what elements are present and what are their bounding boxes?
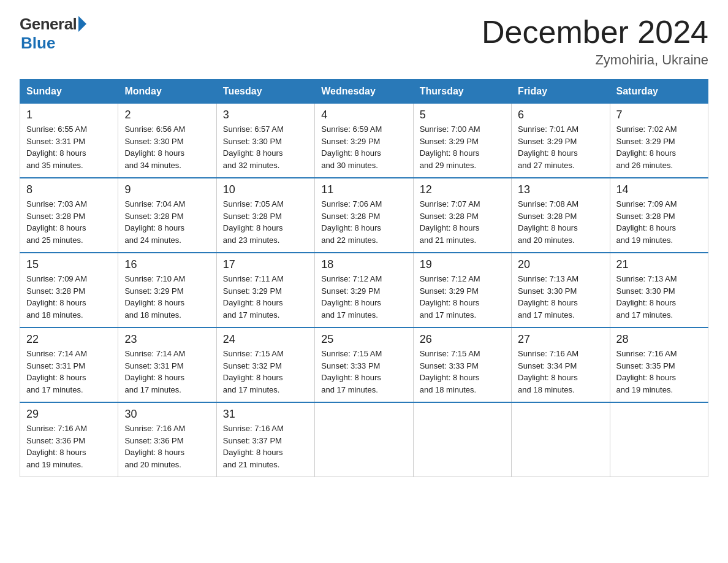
cell-info: Sunrise: 7:15 AM Sunset: 3:32 PM Dayligh… xyxy=(223,348,308,396)
day-number: 25 xyxy=(321,333,406,346)
cell-info: Sunrise: 7:05 AM Sunset: 3:28 PM Dayligh… xyxy=(223,198,308,246)
cell-info: Sunrise: 7:09 AM Sunset: 3:28 PM Dayligh… xyxy=(26,273,112,321)
day-number: 12 xyxy=(420,183,505,196)
cell-info: Sunrise: 7:16 AM Sunset: 3:35 PM Dayligh… xyxy=(616,348,702,396)
table-row xyxy=(315,402,413,477)
calendar-week-row: 15 Sunrise: 7:09 AM Sunset: 3:28 PM Dayl… xyxy=(20,253,708,327)
day-number: 16 xyxy=(124,258,210,271)
calendar-week-row: 22 Sunrise: 7:14 AM Sunset: 3:31 PM Dayl… xyxy=(20,327,708,402)
day-number: 31 xyxy=(223,408,308,421)
day-number: 15 xyxy=(26,258,112,271)
table-row: 13 Sunrise: 7:08 AM Sunset: 3:28 PM Dayl… xyxy=(512,178,610,253)
day-number: 8 xyxy=(26,183,112,196)
calendar-week-row: 8 Sunrise: 7:03 AM Sunset: 3:28 PM Dayli… xyxy=(20,178,708,253)
day-number: 11 xyxy=(321,183,406,196)
table-row: 17 Sunrise: 7:11 AM Sunset: 3:29 PM Dayl… xyxy=(216,253,314,327)
day-number: 5 xyxy=(420,109,505,121)
logo-blue-text: Blue xyxy=(21,34,55,53)
col-saturday: Saturday xyxy=(610,80,708,104)
table-row: 7 Sunrise: 7:02 AM Sunset: 3:29 PM Dayli… xyxy=(610,104,708,178)
day-number: 30 xyxy=(124,408,210,421)
col-friday: Friday xyxy=(512,80,610,104)
day-number: 17 xyxy=(223,258,308,271)
cell-info: Sunrise: 7:15 AM Sunset: 3:33 PM Dayligh… xyxy=(420,348,505,396)
day-number: 6 xyxy=(518,109,603,121)
day-number: 26 xyxy=(420,333,505,346)
table-row: 3 Sunrise: 6:57 AM Sunset: 3:30 PM Dayli… xyxy=(216,104,314,178)
table-row: 29 Sunrise: 7:16 AM Sunset: 3:36 PM Dayl… xyxy=(20,402,118,477)
cell-info: Sunrise: 7:14 AM Sunset: 3:31 PM Dayligh… xyxy=(124,348,210,396)
cell-info: Sunrise: 7:16 AM Sunset: 3:36 PM Dayligh… xyxy=(26,423,112,470)
day-number: 20 xyxy=(518,258,603,271)
day-number: 3 xyxy=(223,109,308,121)
calendar-table: Sunday Monday Tuesday Wednesday Thursday… xyxy=(20,79,708,477)
table-row xyxy=(413,402,511,477)
cell-info: Sunrise: 7:12 AM Sunset: 3:29 PM Dayligh… xyxy=(321,273,406,321)
cell-info: Sunrise: 7:06 AM Sunset: 3:28 PM Dayligh… xyxy=(321,198,406,246)
day-number: 27 xyxy=(518,333,603,346)
table-row: 8 Sunrise: 7:03 AM Sunset: 3:28 PM Dayli… xyxy=(20,178,118,253)
cell-info: Sunrise: 7:09 AM Sunset: 3:28 PM Dayligh… xyxy=(616,198,702,246)
calendar-week-row: 1 Sunrise: 6:55 AM Sunset: 3:31 PM Dayli… xyxy=(20,104,708,178)
col-sunday: Sunday xyxy=(20,80,118,104)
cell-info: Sunrise: 7:04 AM Sunset: 3:28 PM Dayligh… xyxy=(124,198,210,246)
cell-info: Sunrise: 6:59 AM Sunset: 3:29 PM Dayligh… xyxy=(321,123,406,171)
cell-info: Sunrise: 7:14 AM Sunset: 3:31 PM Dayligh… xyxy=(26,348,112,396)
table-row: 6 Sunrise: 7:01 AM Sunset: 3:29 PM Dayli… xyxy=(512,104,610,178)
cell-info: Sunrise: 7:03 AM Sunset: 3:28 PM Dayligh… xyxy=(26,198,112,246)
cell-info: Sunrise: 6:55 AM Sunset: 3:31 PM Dayligh… xyxy=(26,123,112,171)
day-number: 2 xyxy=(124,109,210,121)
cell-info: Sunrise: 7:02 AM Sunset: 3:29 PM Dayligh… xyxy=(616,123,702,171)
table-row: 21 Sunrise: 7:13 AM Sunset: 3:30 PM Dayl… xyxy=(610,253,708,327)
table-row: 22 Sunrise: 7:14 AM Sunset: 3:31 PM Dayl… xyxy=(20,327,118,402)
day-number: 14 xyxy=(616,183,702,196)
day-number: 7 xyxy=(616,109,702,121)
logo-general-text: General xyxy=(20,15,77,34)
table-row: 28 Sunrise: 7:16 AM Sunset: 3:35 PM Dayl… xyxy=(610,327,708,402)
table-row xyxy=(610,402,708,477)
cell-info: Sunrise: 7:00 AM Sunset: 3:29 PM Dayligh… xyxy=(420,123,505,171)
cell-info: Sunrise: 7:16 AM Sunset: 3:37 PM Dayligh… xyxy=(223,423,308,470)
cell-info: Sunrise: 7:07 AM Sunset: 3:28 PM Dayligh… xyxy=(420,198,505,246)
table-row: 4 Sunrise: 6:59 AM Sunset: 3:29 PM Dayli… xyxy=(315,104,413,178)
col-monday: Monday xyxy=(118,80,216,104)
cell-info: Sunrise: 7:16 AM Sunset: 3:34 PM Dayligh… xyxy=(518,348,603,396)
table-row: 15 Sunrise: 7:09 AM Sunset: 3:28 PM Dayl… xyxy=(20,253,118,327)
day-number: 23 xyxy=(124,333,210,346)
location-text: Zymohiria, Ukraine xyxy=(482,52,708,68)
cell-info: Sunrise: 6:56 AM Sunset: 3:30 PM Dayligh… xyxy=(124,123,210,171)
page-header: General Blue December 2024 Zymohiria, Uk… xyxy=(20,15,708,68)
day-number: 10 xyxy=(223,183,308,196)
col-thursday: Thursday xyxy=(413,80,511,104)
table-row: 2 Sunrise: 6:56 AM Sunset: 3:30 PM Dayli… xyxy=(118,104,216,178)
cell-info: Sunrise: 7:16 AM Sunset: 3:36 PM Dayligh… xyxy=(124,423,210,470)
cell-info: Sunrise: 7:12 AM Sunset: 3:29 PM Dayligh… xyxy=(420,273,505,321)
table-row: 24 Sunrise: 7:15 AM Sunset: 3:32 PM Dayl… xyxy=(216,327,314,402)
day-number: 21 xyxy=(616,258,702,271)
table-row: 19 Sunrise: 7:12 AM Sunset: 3:29 PM Dayl… xyxy=(413,253,511,327)
table-row: 20 Sunrise: 7:13 AM Sunset: 3:30 PM Dayl… xyxy=(512,253,610,327)
table-row: 11 Sunrise: 7:06 AM Sunset: 3:28 PM Dayl… xyxy=(315,178,413,253)
cell-info: Sunrise: 7:11 AM Sunset: 3:29 PM Dayligh… xyxy=(223,273,308,321)
logo: General Blue xyxy=(20,15,86,53)
table-row: 12 Sunrise: 7:07 AM Sunset: 3:28 PM Dayl… xyxy=(413,178,511,253)
cell-info: Sunrise: 7:13 AM Sunset: 3:30 PM Dayligh… xyxy=(616,273,702,321)
table-row xyxy=(512,402,610,477)
table-row: 31 Sunrise: 7:16 AM Sunset: 3:37 PM Dayl… xyxy=(216,402,314,477)
day-number: 19 xyxy=(420,258,505,271)
cell-info: Sunrise: 7:01 AM Sunset: 3:29 PM Dayligh… xyxy=(518,123,603,171)
col-wednesday: Wednesday xyxy=(315,80,413,104)
day-number: 24 xyxy=(223,333,308,346)
logo-arrow-icon xyxy=(78,16,86,32)
table-row: 30 Sunrise: 7:16 AM Sunset: 3:36 PM Dayl… xyxy=(118,402,216,477)
day-number: 13 xyxy=(518,183,603,196)
table-row: 5 Sunrise: 7:00 AM Sunset: 3:29 PM Dayli… xyxy=(413,104,511,178)
cell-info: Sunrise: 7:15 AM Sunset: 3:33 PM Dayligh… xyxy=(321,348,406,396)
day-number: 9 xyxy=(124,183,210,196)
cell-info: Sunrise: 6:57 AM Sunset: 3:30 PM Dayligh… xyxy=(223,123,308,171)
cell-info: Sunrise: 7:13 AM Sunset: 3:30 PM Dayligh… xyxy=(518,273,603,321)
table-row: 27 Sunrise: 7:16 AM Sunset: 3:34 PM Dayl… xyxy=(512,327,610,402)
table-row: 14 Sunrise: 7:09 AM Sunset: 3:28 PM Dayl… xyxy=(610,178,708,253)
day-number: 4 xyxy=(321,109,406,121)
day-number: 22 xyxy=(26,333,112,346)
